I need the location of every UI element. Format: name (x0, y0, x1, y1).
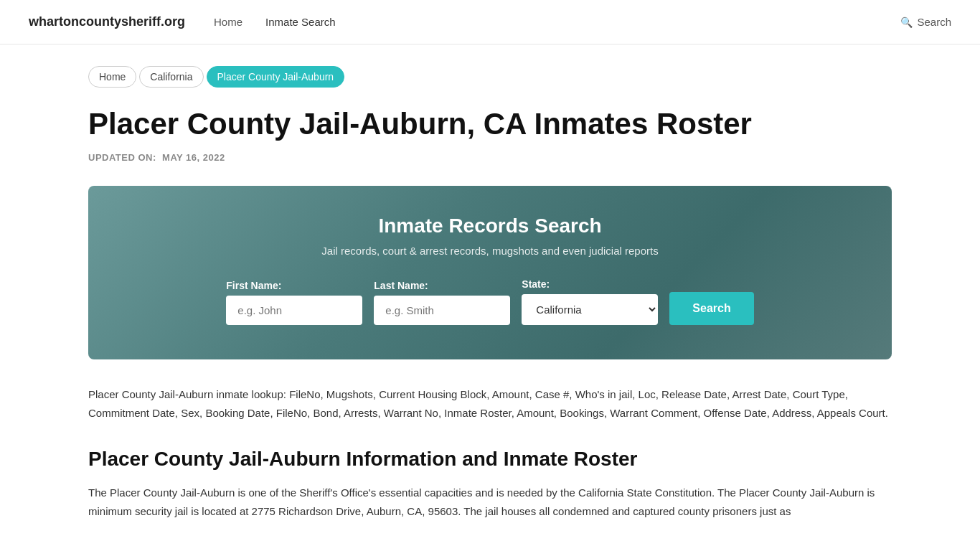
updated-date: MAY 16, 2022 (162, 152, 225, 163)
main-content: Home California Placer County Jail-Aubur… (60, 44, 920, 542)
nav-bar: whartoncountysheriff.org Home Inmate Sea… (0, 0, 980, 44)
nav-links: Home Inmate Search (214, 16, 872, 28)
first-name-label: First Name: (226, 280, 281, 291)
state-group: State: AlabamaAlaskaArizonaArkansasCalif… (522, 278, 658, 325)
last-name-group: Last Name: (374, 280, 510, 325)
nav-link-home[interactable]: Home (214, 16, 242, 28)
last-name-input[interactable] (374, 296, 510, 325)
search-card: Inmate Records Search Jail records, cour… (88, 186, 892, 359)
nav-search-label: Search (917, 16, 951, 28)
search-card-title: Inmate Records Search (131, 215, 849, 237)
breadcrumb-california[interactable]: California (139, 66, 203, 88)
search-icon: 🔍 (900, 17, 913, 28)
site-logo[interactable]: whartoncountysheriff.org (29, 14, 185, 29)
search-button[interactable]: Search (669, 292, 753, 325)
updated-prefix: UPDATED ON: (88, 152, 156, 163)
state-label: State: (522, 278, 550, 290)
updated-label: UPDATED ON: MAY 16, 2022 (88, 152, 892, 163)
page-title: Placer County Jail-Auburn, CA Inmates Ro… (88, 108, 892, 141)
search-card-subtitle: Jail records, court & arrest records, mu… (131, 245, 849, 257)
breadcrumb-home[interactable]: Home (88, 66, 136, 88)
nav-link-inmate-search[interactable]: Inmate Search (265, 16, 336, 28)
nav-search[interactable]: 🔍 Search (900, 16, 951, 28)
body-text: Placer County Jail-Auburn inmate lookup:… (88, 385, 892, 422)
search-form: First Name: Last Name: State: AlabamaAla… (131, 278, 849, 325)
breadcrumb-placer[interactable]: Placer County Jail-Auburn (207, 66, 345, 88)
section-heading: Placer County Jail-Auburn Information an… (88, 448, 892, 471)
first-name-input[interactable] (226, 296, 362, 325)
first-name-group: First Name: (226, 280, 362, 325)
state-select[interactable]: AlabamaAlaskaArizonaArkansasCaliforniaCo… (522, 294, 658, 325)
section-body: The Placer County Jail-Auburn is one of … (88, 484, 892, 520)
last-name-label: Last Name: (374, 280, 428, 291)
breadcrumb: Home California Placer County Jail-Aubur… (88, 66, 892, 88)
